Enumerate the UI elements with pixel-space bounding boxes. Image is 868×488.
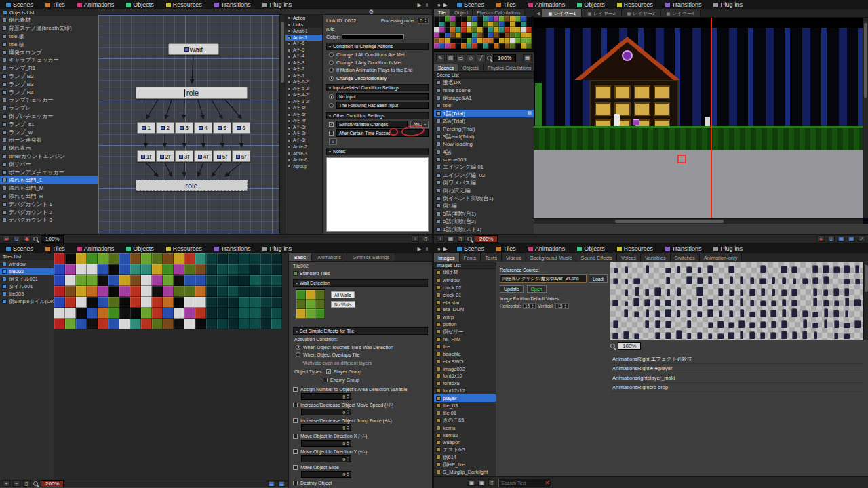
checkbox-player-group[interactable] <box>326 369 331 374</box>
tab[interactable]: Object <box>450 9 473 16</box>
object-list-item[interactable]: 倒れ表示 <box>0 144 98 152</box>
update-button[interactable]: Update <box>500 285 524 293</box>
record-icon[interactable]: ● <box>437 246 441 252</box>
clear-search-icon[interactable]: ✕ <box>545 480 549 486</box>
checkbox-enemy-group[interactable] <box>323 378 328 382</box>
section-condition[interactable]: ▾Condition to Change Actions <box>326 43 429 50</box>
object-list-item[interactable]: 添れも出門_R <box>0 192 98 201</box>
image-list-item[interactable]: 倒614 <box>434 453 496 461</box>
node-numbered[interactable]: 3r <box>175 150 193 162</box>
add-condition-button[interactable]: + <box>329 138 337 145</box>
grid-toggle-icon[interactable]: ▦ <box>523 54 532 62</box>
image-list-item[interactable]: fire <box>434 343 496 350</box>
effect-checkbox[interactable] <box>293 449 298 454</box>
object-list-item[interactable]: デバグカウント 3 <box>0 216 98 224</box>
menu-item[interactable]: Objects <box>571 0 611 9</box>
image-list-item[interactable]: rei_HIM <box>434 336 496 343</box>
object-list-item[interactable]: title 核 <box>0 40 98 48</box>
record-icon[interactable]: ● <box>437 2 441 8</box>
node-role-bottom[interactable]: role <box>136 180 248 191</box>
image-list-item[interactable]: 倒け材 <box>434 269 496 277</box>
tab[interactable]: Tile <box>434 9 450 16</box>
scene-list-item[interactable]: 倒ワメバス編 <box>434 179 534 186</box>
action-list-item[interactable]: Aそ-5 <box>285 47 322 54</box>
trash-icon[interactable]: ▯ <box>23 480 31 487</box>
action-list-item[interactable]: Aそ-4-2f <box>285 92 322 99</box>
sheet-vscrollbar[interactable] <box>863 262 868 340</box>
effect-value-input[interactable]: 0▲▼ <box>301 471 351 478</box>
menu-item[interactable]: Resources <box>611 0 659 9</box>
rect-tool-icon[interactable]: ▭ <box>456 54 465 62</box>
layer-grid-icon[interactable]: ▦ <box>848 235 855 242</box>
zoom-level[interactable]: 100% <box>41 235 64 243</box>
zoom-level[interactable]: 200% <box>475 235 498 243</box>
confirm-icon[interactable]: ✓ <box>858 235 865 242</box>
action-list-item[interactable]: Aそ-3 <box>285 60 322 67</box>
grid-icon[interactable]: ▦ <box>447 235 454 242</box>
image-list-item[interactable]: clock 02 <box>434 284 496 291</box>
menu-item[interactable]: Animations <box>71 0 121 9</box>
object-list-item[interactable]: timerカウントエンジン <box>0 152 98 161</box>
pause-icon[interactable]: ‖ <box>426 2 428 8</box>
animation-list-item[interactable]: AnimationsRightcrd drop <box>610 383 863 392</box>
layer-tab[interactable]: ▦レイヤー1 <box>542 9 582 17</box>
tab[interactable]: Scenes <box>434 64 458 71</box>
action-list-item[interactable]: Agroup <box>285 163 322 170</box>
notes-textarea[interactable] <box>326 157 429 232</box>
image-list-item[interactable]: font6x8 <box>434 380 496 387</box>
effect-value-input[interactable]: 0▲▼ <box>301 455 351 462</box>
menu-item[interactable]: Plug-ins <box>256 0 298 9</box>
image-list-item[interactable]: font12x12 <box>434 387 496 394</box>
object-list-item[interactable]: 倒リパー <box>0 160 98 168</box>
section-simple-effects[interactable]: ▾Set Simple Effects for Tile <box>293 327 428 335</box>
resource-tab[interactable]: Variables <box>641 253 671 262</box>
animation-list-item[interactable]: AnimationsRight★★player <box>610 364 863 373</box>
object-list-item[interactable]: 添れも出門_M <box>0 184 98 192</box>
action-list-item[interactable]: Aそ-6-2f <box>285 79 322 86</box>
tile-list-item[interactable]: window <box>0 260 54 268</box>
node-numbered[interactable]: 6 <box>232 122 250 134</box>
resource-tab[interactable]: Animation-only <box>700 253 743 262</box>
tile-list-item[interactable]: 倒Simpleタイル(OK <box>0 298 54 305</box>
add-box-icon[interactable]: + <box>437 235 444 242</box>
scene-vscrollbar[interactable] <box>863 18 868 218</box>
tile-list-item[interactable]: タイル001 <box>0 283 54 290</box>
pen-tool-icon[interactable]: ✎ <box>436 54 445 62</box>
scene-list-item[interactable]: 5話(実験(台1) <box>434 210 534 218</box>
wall-detection-preview[interactable] <box>296 289 326 319</box>
menu-item[interactable]: Resources <box>160 0 208 9</box>
image-list-item[interactable]: 倒HP_fire <box>434 461 496 468</box>
node-numbered[interactable]: 4 <box>194 122 212 134</box>
effect-checkbox[interactable] <box>293 465 298 470</box>
menu-item[interactable]: Animations <box>522 244 572 253</box>
section-notes[interactable]: ▾Notes <box>326 148 429 155</box>
node-wait[interactable]: wait <box>168 43 219 55</box>
menu-item[interactable]: Resources <box>160 244 208 253</box>
node-numbered[interactable]: 1 <box>137 122 155 134</box>
effect-checkbox[interactable] <box>293 387 298 392</box>
scene-list-item[interactable]: Now loading <box>434 140 534 148</box>
menu-item[interactable]: Plug-ins <box>256 244 298 253</box>
object-list-item[interactable]: 倒プレチェッカー <box>0 113 98 121</box>
object-list-item[interactable]: 添れも出門_1 <box>0 176 98 184</box>
tab[interactable]: Basic <box>289 253 312 261</box>
scene-list-item[interactable]: 5話(実験(台2) <box>434 218 534 225</box>
object-list-item[interactable]: キャラプチェッカー <box>0 56 98 64</box>
vertical-input[interactable]: 15▲▼ <box>555 303 568 309</box>
object-list-item[interactable]: ランプ B4 <box>0 88 98 96</box>
checkbox-switch-variable[interactable] <box>329 122 334 127</box>
object-list-item[interactable]: ランプ B3 <box>0 80 98 88</box>
image-list-item[interactable]: warp <box>434 313 496 321</box>
menu-item[interactable]: Scenes <box>451 244 490 253</box>
scene-list-item[interactable]: 倒1編 <box>434 202 534 209</box>
action-node-canvas[interactable]: wait role 123456 1r2r3r4r5r6r role <box>98 15 285 234</box>
image-list-item[interactable]: weapon <box>434 439 496 446</box>
action-list-item[interactable]: Arole-2 <box>285 144 322 150</box>
remove-box-icon[interactable]: − <box>13 480 20 487</box>
scene-list-item[interactable]: title <box>434 102 534 109</box>
node-numbered[interactable]: 5r <box>213 150 231 162</box>
effect-value-input[interactable]: 0▲▼ <box>301 440 351 447</box>
menu-item[interactable]: Animations <box>522 0 572 9</box>
magnet-icon[interactable]: ∪ <box>13 235 20 242</box>
resource-tab[interactable]: Images <box>434 253 460 262</box>
